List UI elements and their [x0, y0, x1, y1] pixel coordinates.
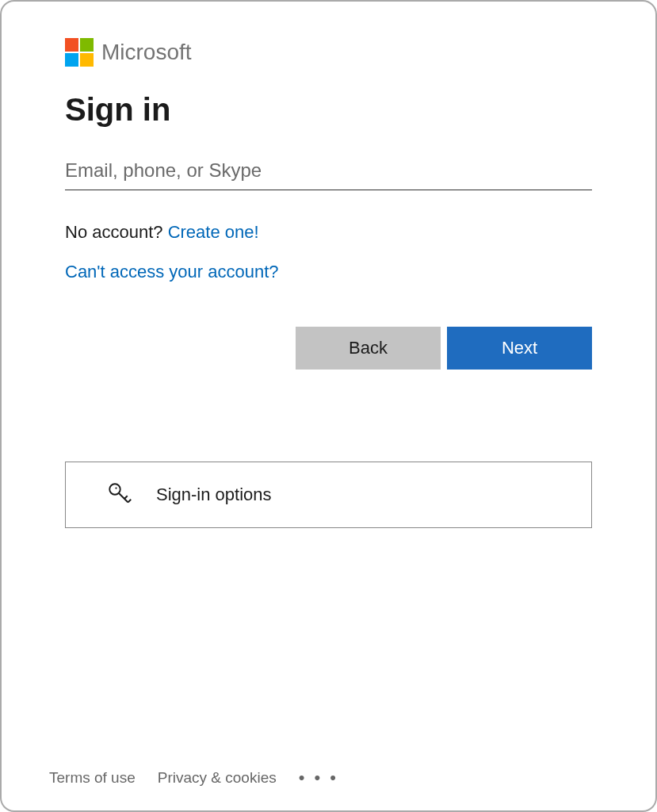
- page-title: Sign in: [65, 92, 592, 128]
- no-account-text: No account? Create one!: [65, 222, 592, 243]
- footer: Terms of use Privacy & cookies • • •: [49, 768, 592, 788]
- svg-line-4: [128, 499, 132, 502]
- microsoft-logo-icon: [65, 38, 94, 67]
- no-account-prefix: No account?: [65, 222, 168, 242]
- header: Microsoft: [65, 38, 592, 67]
- button-row: Back Next: [65, 327, 592, 370]
- cant-access-link[interactable]: Can't access your account?: [65, 262, 279, 282]
- signin-options-button[interactable]: Sign-in options: [65, 462, 592, 528]
- signin-options-label: Sign-in options: [156, 485, 272, 505]
- create-account-link[interactable]: Create one!: [168, 222, 259, 242]
- svg-line-3: [124, 496, 128, 499]
- more-icon[interactable]: • • •: [299, 768, 338, 788]
- back-button[interactable]: Back: [296, 327, 441, 370]
- terms-link[interactable]: Terms of use: [49, 769, 136, 787]
- next-button[interactable]: Next: [447, 327, 592, 370]
- privacy-link[interactable]: Privacy & cookies: [158, 769, 277, 787]
- key-icon: [105, 480, 134, 511]
- brand-name: Microsoft: [101, 40, 192, 65]
- svg-point-1: [115, 487, 117, 488]
- login-input[interactable]: [65, 153, 592, 190]
